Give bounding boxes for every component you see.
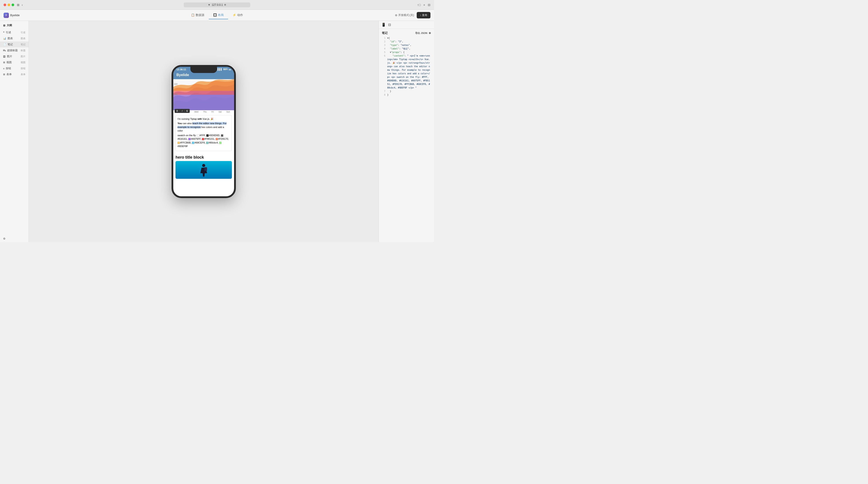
- titlebar-center: ▼ 127.0.0.1 ⊕: [184, 2, 250, 7]
- nav-back-icon[interactable]: ‹: [22, 3, 23, 7]
- json-viewer: 1 ▼{ 2 "id": "3", 3 "type": "notes", 4 "…: [379, 36, 434, 242]
- hero-title: hero title block: [173, 153, 234, 161]
- add-tab-icon[interactable]: +: [423, 3, 425, 7]
- color-swatch-lightblue: [192, 142, 194, 144]
- phone-notch: [190, 67, 217, 73]
- color-swatch-gray: [221, 134, 223, 137]
- dev-mode-button[interactable]: ⚙ 开发模式:(关): [395, 13, 414, 17]
- toolbar-left: B Byelide: [4, 13, 20, 18]
- settings-icon: ⚙: [395, 14, 397, 17]
- json-line-1: 1 ▼{: [382, 36, 431, 40]
- maximize-button[interactable]: [11, 4, 14, 6]
- right-panel: 📱 ⊟ 笔记 导出 JSON ⊕ 1 ▼{ 2 "id": "3", 3 "ty…: [378, 21, 434, 242]
- bold-button[interactable]: B: [176, 109, 178, 112]
- content-area: 12:36:11 ▌▌▌ WiFi ▬ Byelide: [29, 21, 378, 242]
- gear-icon: ⚙: [3, 237, 5, 240]
- signal-icon: ▌▌▌: [218, 68, 222, 70]
- battery-icon: ▬: [229, 68, 231, 70]
- phone-content: 600 300 0 Mon Tue Wed Thu Fri Sat Sun: [173, 79, 234, 194]
- chart-icon: 📊: [3, 37, 6, 40]
- svg-text:600: 600: [174, 83, 178, 86]
- share-icon[interactable]: ↑□: [417, 3, 421, 7]
- color-swatch-orange: [216, 138, 218, 140]
- publish-icon: ↑: [420, 14, 421, 17]
- tab-actions[interactable]: ⚡ 动作: [228, 11, 247, 19]
- phone-wrapper: 12:36:11 ▌▌▌ WiFi ▬ Byelide: [172, 65, 236, 198]
- publish-button[interactable]: ↑ 发布: [417, 12, 430, 19]
- wifi-icon: ▼: [208, 3, 211, 6]
- json-line-7: 7 }: [382, 90, 431, 93]
- notes-icon: 📄: [3, 43, 6, 46]
- chart-area: 600 300 0: [173, 79, 234, 110]
- view-icon: ⊞: [3, 61, 5, 64]
- svg-text:0: 0: [174, 103, 176, 106]
- sidebar-item-table[interactable]: ⊞ 表单 表单: [0, 71, 29, 77]
- toolbar-right: ⚙ 开发模式:(关) ↑ 发布: [395, 12, 430, 19]
- italic-text: running: [181, 118, 189, 120]
- expand-icon[interactable]: ⊕: [429, 32, 431, 35]
- sidebar-item-view[interactable]: ⊞ 视图 视图: [0, 59, 29, 65]
- svg-rect-4: [204, 167, 207, 171]
- color-swatch-yellow: [178, 142, 180, 144]
- tab-layout[interactable]: 🔲 布局: [209, 11, 228, 19]
- minimize-button[interactable]: [7, 4, 10, 6]
- json-line-4: 4 "label": "笔记",: [382, 47, 431, 51]
- svg-text:300: 300: [174, 93, 178, 96]
- json-line-6: 6 "content": " <p>I'm <em>running</em> T…: [382, 54, 431, 90]
- sidebar-toggle-icon[interactable]: ⊞: [17, 3, 20, 7]
- color-swatch-white: [197, 134, 199, 137]
- json-line-8: 8 }: [382, 93, 431, 97]
- color-swatch-teal: [206, 142, 208, 144]
- svg-point-3: [202, 164, 205, 167]
- app-icon: B: [4, 13, 9, 18]
- citation-icon: ❝: [3, 31, 4, 34]
- wave-chart-svg: 600 300 0: [173, 79, 234, 110]
- app-toolbar: B Byelide 📋 数据源 🔲 布局 ⚡ 动作 ⚙ 开发模式:(关) ↑ 发…: [0, 10, 434, 21]
- button-icon: ≡: [3, 67, 4, 70]
- editor-line-3: swatch on the fly: #FFF, #0D0D0D, #61616…: [178, 133, 230, 148]
- sidebar-header: ⊞ 大纲: [0, 21, 29, 29]
- sidebar-settings[interactable]: ⚙: [0, 235, 29, 242]
- main-layout: ⊞ 大纲 ❝ 引述 引述 📊 图表 图表 📄 笔记: [0, 21, 434, 242]
- titlebar-left-controls: ⊞ ‹: [17, 3, 23, 7]
- editor-line-1: I'm running Tiptap with Vue.js. 🎉: [178, 117, 230, 121]
- highlighted-text: teach the editor new things. For example…: [178, 122, 226, 128]
- hero-image: [176, 161, 232, 179]
- strike-text: with: [197, 118, 202, 120]
- super-title-icon: H₁: [3, 49, 6, 52]
- reload-icon[interactable]: ⊕: [224, 3, 226, 6]
- sidebar-item-button[interactable]: ≡ 按钮 按钮: [0, 65, 29, 71]
- sidebar-item-notes[interactable]: 📄 笔记 笔记: [0, 41, 29, 47]
- toolbar-tabs: 📋 数据源 🔲 布局 ⚡ 动作: [187, 11, 247, 19]
- phone-view-icon[interactable]: 📱: [381, 23, 386, 27]
- italic-button[interactable]: I: [181, 109, 183, 112]
- titlebar-right: ↑□ + ⊟: [417, 3, 430, 7]
- tabs-icon[interactable]: ⊟: [428, 3, 430, 7]
- sidebar-item-chart[interactable]: 📊 图表 图表: [0, 35, 29, 41]
- sidebar-item-super-title[interactable]: H₁ 超级标题 标题: [0, 47, 29, 54]
- tab-datasource[interactable]: 📋 数据源: [187, 11, 209, 19]
- address-text: 127.0.0.1: [212, 3, 223, 6]
- datasource-icon: 📋: [191, 13, 194, 17]
- person-silhouette: [198, 163, 209, 179]
- image-icon: 🖼: [3, 55, 5, 58]
- color-swatch-purple: [188, 138, 191, 140]
- export-controls: 导出 JSON ⊕: [415, 32, 431, 35]
- strike-button[interactable]: S: [186, 109, 188, 112]
- toolbar-divider: [180, 109, 180, 112]
- editor-line-2: You can also teach the editor new things…: [178, 122, 230, 133]
- editor-area: B I S I'm running Tiptap with Vue.js. 🎉: [173, 114, 234, 153]
- address-bar[interactable]: ▼ 127.0.0.1 ⊕: [184, 2, 250, 7]
- close-button[interactable]: [4, 4, 6, 6]
- app-name: Byelide: [10, 13, 20, 17]
- sidebar-item-image[interactable]: 🖼 图片 图片: [0, 54, 29, 59]
- sidebar-item-citation[interactable]: ❝ 引述 引述: [0, 30, 29, 35]
- text-editor-box[interactable]: I'm running Tiptap with Vue.js. 🎉 You ca…: [176, 115, 232, 151]
- tablet-view-icon[interactable]: ⊟: [388, 23, 391, 27]
- color-swatch-dark: [206, 134, 209, 137]
- table-icon: ⊞: [3, 73, 5, 76]
- outline-icon: ⊞: [3, 24, 5, 27]
- color-swatch-green: [219, 142, 221, 144]
- wifi-status-icon: WiFi: [223, 68, 228, 70]
- titlebar: ⊞ ‹ ▼ 127.0.0.1 ⊕ ↑□ + ⊟: [0, 0, 434, 10]
